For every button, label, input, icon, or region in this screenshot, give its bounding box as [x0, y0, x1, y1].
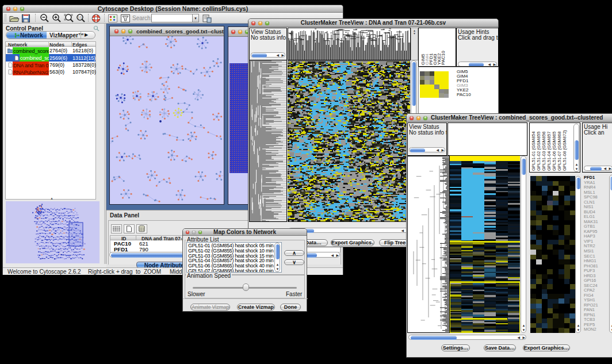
- svg-text:GPL51-04 (GSM857: GPL51-04 (GSM857: [546, 132, 552, 171]
- svg-text:GPL51-06 (GSM865: GPL51-06 (GSM865: [552, 132, 557, 171]
- svg-text:GPL51-07 (GSM868: GPL51-07 (GSM868: [557, 132, 562, 171]
- svg-text:GPL51-03 (GSM856: GPL51-03 (GSM856: [541, 132, 546, 171]
- svg-text:1:1: 1:1: [78, 16, 82, 19]
- svg-text:GPL51-02 (GSM855: GPL51-02 (GSM855: [536, 132, 541, 171]
- svg-text:GPL51-01 (GSM854: GPL51-01 (GSM854: [531, 132, 536, 171]
- svg-text:PAC10: PAC10: [441, 51, 446, 65]
- svg-text:GPL51-08 (GSM872): GPL51-08 (GSM872): [562, 130, 567, 171]
